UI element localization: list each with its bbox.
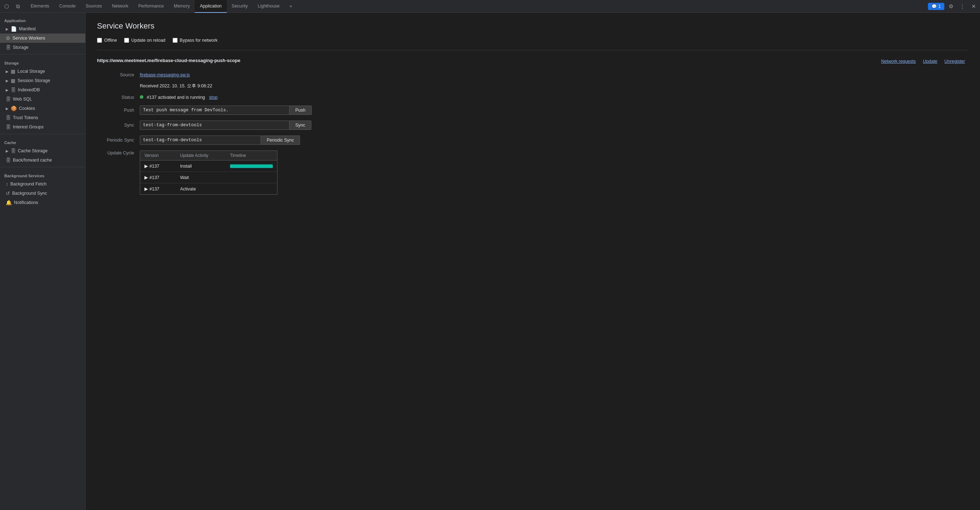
source-link[interactable]: firebase-messaging-sw.js [140,72,190,77]
tab-lighthouse[interactable]: Lighthouse [253,0,285,13]
sidebar-item-service-workers[interactable]: ⚙ Service Workers [0,33,85,43]
source-label: Source [97,72,140,77]
chevron-right-icon-ls: ▶ [6,70,8,73]
tab-memory[interactable]: Memory [169,0,195,13]
push-button[interactable]: Push [290,105,312,115]
network-requests-button[interactable]: Network requests [878,57,920,65]
update-button[interactable]: Update [920,57,941,65]
sidebar-item-web-sql[interactable]: 🗄 Web SQL [0,94,85,104]
update-on-reload-checkbox-label[interactable]: Update on reload [124,38,165,43]
sidebar-item-notifications[interactable]: 🔔 Notifications [0,198,85,207]
received-row: Received 2022. 10. 15. 오후 9:06:22 [97,83,969,89]
bypass-for-network-checkbox[interactable] [173,38,178,43]
sidebar-item-session-storage[interactable]: ▶ ▦ Session Storage [0,76,85,85]
tab-performance[interactable]: Performance [134,0,169,13]
storage-icon: 🗄 [6,45,11,50]
version-activate[interactable]: ▶ #137 [145,186,180,191]
chevron-wait: ▶ [145,175,148,180]
tab-bar-right: 💬 1 ⚙ ⋮ ✕ [928,2,978,11]
background-sync-icon: ↺ [6,190,10,196]
layers-icon[interactable]: ⧉ [13,2,23,11]
settings-icon[interactable]: ⚙ [946,2,956,11]
sidebar-section-storage: Storage [0,57,85,67]
tab-sources[interactable]: Sources [81,0,107,13]
sync-button[interactable]: Sync [290,121,311,130]
sidebar-item-background-sync[interactable]: ↺ Background Sync [0,189,85,198]
activity-activate: Activate [180,186,230,191]
cache-storage-icon: 🗄 [11,148,16,154]
session-storage-icon: ▦ [11,78,15,83]
more-options-icon[interactable]: ⋮ [957,2,967,11]
tab-application[interactable]: Application [195,0,226,13]
tab-elements[interactable]: Elements [25,0,54,13]
periodic-sync-button[interactable]: Periodic Sync [261,135,300,145]
version-install[interactable]: ▶ #137 [145,163,180,169]
interest-groups-icon: 🗄 [6,124,11,130]
chevron-right-icon: ▶ [6,27,8,31]
update-cycle-row-wait: ▶ #137 Wait [140,172,277,183]
push-row: Push Push [97,105,969,115]
back-forward-cache-icon: 🗄 [6,157,11,163]
tab-bar: ⬡ ⧉ Elements Console Sources Network Per… [0,0,980,13]
sidebar-item-back-forward-cache[interactable]: 🗄 Back/forward cache [0,156,85,165]
chevron-right-icon-ss: ▶ [6,79,8,83]
col-version: Version [145,153,180,158]
timeline-install [230,164,273,168]
sidebar-item-cache-storage[interactable]: ▶ 🗄 Cache Storage [0,146,85,156]
chevron-install: ▶ [145,163,148,169]
tab-security[interactable]: Security [227,0,253,13]
update-on-reload-checkbox[interactable] [124,38,129,43]
web-sql-icon: 🗄 [6,96,11,102]
chevron-right-icon-idb: ▶ [6,88,8,92]
cursor-icon[interactable]: ⬡ [2,2,11,11]
tab-more[interactable]: » [285,0,297,13]
content-divider [97,50,969,50]
update-cycle-table: Version Update Activity Timeline ▶ #137 … [140,150,277,195]
sidebar-section-bg-services: Background Services [0,169,85,179]
sw-url: https://www.meetmeet.me/firebase-cloud-m… [97,57,240,64]
sync-input[interactable] [140,121,290,130]
service-worker-entry: https://www.meetmeet.me/firebase-cloud-m… [97,57,969,195]
push-input-row: Push [140,105,312,115]
local-storage-icon: ▦ [11,69,15,74]
bypass-for-network-checkbox-label[interactable]: Bypass for network [173,38,218,43]
sidebar-item-indexeddb[interactable]: ▶ 🗄 IndexedDB [0,85,85,94]
sidebar-section-cache: Cache [0,136,85,146]
sidebar: Application ▶ 📄 Manifest ⚙ Service Worke… [0,13,86,510]
tab-network[interactable]: Network [107,0,134,13]
push-input[interactable] [140,105,290,115]
periodic-sync-input[interactable] [140,135,261,145]
close-icon[interactable]: ✕ [969,2,978,11]
feedback-button[interactable]: 💬 1 [928,3,944,10]
sidebar-item-storage-app[interactable]: 🗄 Storage [0,43,85,52]
chevron-right-icon-c: ▶ [6,107,8,110]
cookies-icon: 🍪 [11,105,17,111]
indexeddb-icon: 🗄 [11,87,16,93]
periodic-sync-row: Periodic Sync Periodic Sync [97,135,969,145]
manifest-icon: 📄 [11,26,17,32]
notifications-icon: 🔔 [6,200,12,206]
update-cycle-row-install: ▶ #137 Install [140,161,277,172]
timeline-bar-install [230,164,273,168]
offline-checkbox-label[interactable]: Offline [97,38,117,43]
version-wait[interactable]: ▶ #137 [145,175,180,180]
sidebar-divider-1 [0,54,85,54]
sidebar-item-background-fetch[interactable]: ↕ Background Fetch [0,179,85,189]
sidebar-item-trust-tokens[interactable]: 🗄 Trust Tokens [0,113,85,122]
offline-checkbox[interactable] [97,38,102,43]
sidebar-divider-2 [0,134,85,134]
source-row: Source firebase-messaging-sw.js [97,72,969,77]
unregister-button[interactable]: Unregister [941,57,969,65]
sidebar-item-manifest[interactable]: ▶ 📄 Manifest [0,24,85,33]
background-fetch-icon: ↕ [6,181,8,187]
tab-console[interactable]: Console [54,0,81,13]
periodic-sync-input-row: Periodic Sync [140,135,300,145]
sidebar-item-cookies[interactable]: ▶ 🍪 Cookies [0,104,85,113]
sync-input-row: Sync [140,121,311,130]
update-cycle-label: Update Cycle [97,150,140,156]
sidebar-item-local-storage[interactable]: ▶ ▦ Local Storage [0,67,85,76]
status-label: Status [97,95,140,100]
stop-link[interactable]: stop [209,95,218,100]
checkbox-row: Offline Update on reload Bypass for netw… [97,38,969,43]
sidebar-item-interest-groups[interactable]: 🗄 Interest Groups [0,122,85,132]
